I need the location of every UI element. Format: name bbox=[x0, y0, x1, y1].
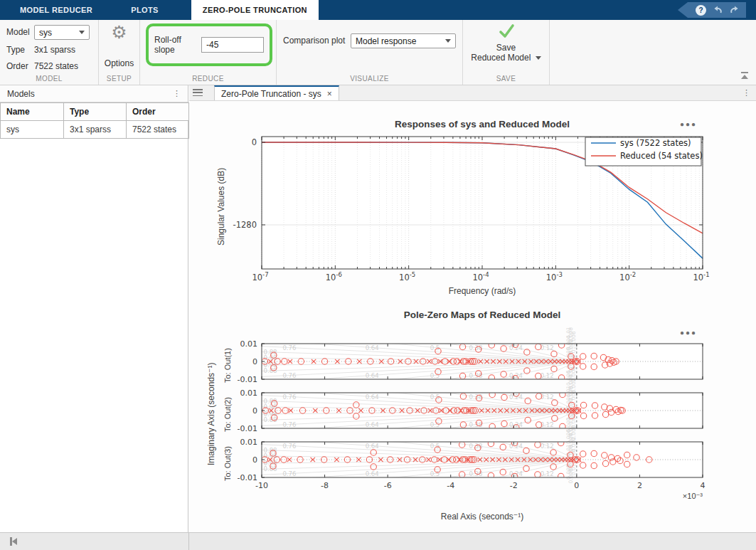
svg-text:-0.01: -0.01 bbox=[238, 473, 257, 482]
options-button[interactable]: Options bbox=[99, 58, 139, 68]
svg-text:0.64: 0.64 bbox=[366, 470, 379, 477]
chevron-down-icon bbox=[79, 31, 85, 34]
svg-text:0: 0 bbox=[252, 357, 257, 366]
tab-plots[interactable]: PLOTS bbox=[119, 0, 170, 20]
pz-plot-menu-button[interactable]: ●●● bbox=[680, 329, 697, 337]
svg-text:0.12: 0.12 bbox=[541, 393, 554, 401]
save-reduced-model-button[interactable]: Save Reduced Model bbox=[463, 23, 549, 63]
col-name[interactable]: Name bbox=[1, 103, 64, 121]
section-caption-setup: SETUP bbox=[99, 75, 139, 83]
svg-text:-2: -2 bbox=[510, 481, 518, 490]
save-button-line1: Save bbox=[463, 43, 549, 53]
save-button-line2: Reduced Model bbox=[463, 53, 549, 63]
checkmark-icon bbox=[497, 23, 516, 40]
order-value: 7522 states bbox=[34, 61, 78, 71]
svg-text:0.01: 0.01 bbox=[240, 339, 258, 349]
gear-icon[interactable]: ⚙ bbox=[99, 23, 139, 41]
model-reducer-app: MODEL REDUCER PLOTS ZERO-POLE TRUNCATION… bbox=[0, 0, 756, 550]
svg-text:-0.01: -0.01 bbox=[238, 375, 257, 384]
col-order[interactable]: Order bbox=[127, 103, 189, 121]
ribbon-tab-bar: MODEL REDUCER PLOTS ZERO-POLE TRUNCATION… bbox=[0, 0, 756, 20]
cell-type[interactable]: 3x1 sparss bbox=[64, 121, 127, 139]
model-dropdown[interactable]: sys bbox=[34, 25, 90, 40]
response-plot-ylabel: Singular Values (dB) bbox=[216, 168, 226, 245]
cell-name[interactable]: sys bbox=[1, 121, 64, 139]
document-list-icon[interactable] bbox=[193, 89, 203, 96]
tab-model-reducer[interactable]: MODEL REDUCER bbox=[9, 0, 104, 20]
main-area: Models ⋮ Name Type Order sys 3x1 sparss … bbox=[0, 85, 756, 532]
help-icon[interactable]: ? bbox=[696, 5, 706, 16]
models-table-header: Name Type Order bbox=[1, 103, 189, 121]
collapse-panel-icon[interactable] bbox=[10, 537, 18, 546]
chevron-down-icon bbox=[445, 39, 451, 43]
svg-text:0.12: 0.12 bbox=[541, 421, 554, 428]
svg-text:10-1: 10-1 bbox=[693, 271, 709, 282]
svg-text:0.76: 0.76 bbox=[282, 372, 296, 379]
section-reduce: Roll-off slope REDUCE bbox=[140, 20, 276, 85]
svg-text:-1280: -1280 bbox=[233, 220, 257, 230]
svg-text:10-4: 10-4 bbox=[472, 271, 489, 282]
svg-text:0: 0 bbox=[574, 481, 579, 490]
tab-zero-pole-truncation[interactable]: ZERO-POLE TRUNCATION bbox=[191, 0, 319, 20]
svg-text:0.006: 0.006 bbox=[568, 468, 574, 484]
svg-text:-0.01: -0.01 bbox=[238, 424, 257, 433]
svg-text:0.12: 0.12 bbox=[541, 372, 554, 379]
pz-x-multiplier: ×10⁻³ bbox=[660, 492, 703, 501]
panel-menu-icon[interactable]: ⋮ bbox=[173, 90, 181, 97]
svg-text:0.5: 0.5 bbox=[430, 372, 440, 379]
chevron-down-icon bbox=[536, 56, 541, 60]
status-bar-left bbox=[0, 533, 189, 550]
svg-text:sys (7522 states): sys (7522 states) bbox=[620, 138, 691, 148]
response-plot-title: Responses of sys and Reduced Model bbox=[262, 119, 703, 129]
document-tab[interactable]: Zero-Pole Truncation - sys × bbox=[214, 85, 339, 100]
quick-access-toolbar: ? bbox=[678, 2, 746, 18]
collapse-toolstrip-icon[interactable] bbox=[740, 72, 749, 79]
svg-text:-4: -4 bbox=[447, 481, 454, 490]
type-value: 3x1 sparss bbox=[34, 45, 75, 55]
comparison-plot-value: Model response bbox=[356, 36, 416, 46]
close-icon[interactable]: × bbox=[327, 89, 332, 99]
svg-text:0.76: 0.76 bbox=[282, 470, 296, 477]
roll-off-slope-label: Roll-off slope bbox=[154, 35, 196, 55]
roll-off-slope-input[interactable] bbox=[201, 37, 264, 53]
svg-text:0.12: 0.12 bbox=[541, 443, 554, 450]
svg-text:10-6: 10-6 bbox=[326, 271, 342, 282]
pz-row2-label: To: Out(2) bbox=[223, 397, 232, 432]
svg-text:-10: -10 bbox=[255, 481, 268, 490]
svg-text:0.76: 0.76 bbox=[282, 443, 296, 450]
table-row[interactable]: sys 3x1 sparss 7522 states bbox=[1, 121, 189, 139]
svg-text:2: 2 bbox=[637, 481, 642, 490]
svg-text:10-3: 10-3 bbox=[546, 271, 563, 282]
svg-text:0.64: 0.64 bbox=[366, 372, 379, 379]
order-label: Order bbox=[6, 61, 28, 71]
undo-icon[interactable] bbox=[712, 5, 723, 15]
section-setup: ⚙ Options SETUP bbox=[99, 20, 139, 85]
response-plot-xlabel: Frequency (rad/s) bbox=[262, 286, 703, 296]
svg-text:0.76: 0.76 bbox=[282, 421, 296, 428]
toolstrip: Model sys Type 3x1 sparss Order 7522 sta… bbox=[0, 20, 756, 85]
svg-text:0: 0 bbox=[252, 137, 257, 147]
svg-text:-6: -6 bbox=[384, 481, 392, 490]
section-caption-model: MODEL bbox=[0, 75, 98, 83]
svg-text:0.01: 0.01 bbox=[240, 388, 258, 398]
svg-text:0: 0 bbox=[252, 455, 257, 465]
section-caption-visualize: VISUALIZE bbox=[277, 75, 462, 83]
models-panel-title: Models bbox=[7, 89, 35, 99]
document-body: 0-128010-710-610-510-410-310-210-1sys (7… bbox=[189, 101, 756, 532]
models-table: Name Type Order sys 3x1 sparss 7522 stat… bbox=[0, 102, 189, 139]
model-dropdown-value: sys bbox=[39, 28, 52, 38]
svg-text:0.64: 0.64 bbox=[366, 443, 379, 450]
model-label: Model bbox=[6, 27, 30, 37]
document-menu-icon[interactable]: ⋮ bbox=[742, 89, 750, 97]
section-visualize: Comparison plot Model response VISUALIZE bbox=[277, 20, 462, 85]
cell-order[interactable]: 7522 states bbox=[127, 121, 189, 139]
svg-text:10-5: 10-5 bbox=[399, 271, 415, 282]
col-type[interactable]: Type bbox=[64, 103, 127, 121]
comparison-plot-dropdown[interactable]: Model response bbox=[351, 33, 456, 48]
pz-plot-title: Pole-Zero Maps of Reduced Model bbox=[262, 310, 703, 320]
response-plot-menu-button[interactable]: ●●● bbox=[680, 120, 697, 128]
section-model: Model sys Type 3x1 sparss Order 7522 sta… bbox=[0, 20, 98, 85]
comparison-plot-label: Comparison plot bbox=[283, 36, 345, 46]
redo-icon[interactable] bbox=[729, 5, 740, 15]
svg-text:10-2: 10-2 bbox=[619, 271, 636, 282]
